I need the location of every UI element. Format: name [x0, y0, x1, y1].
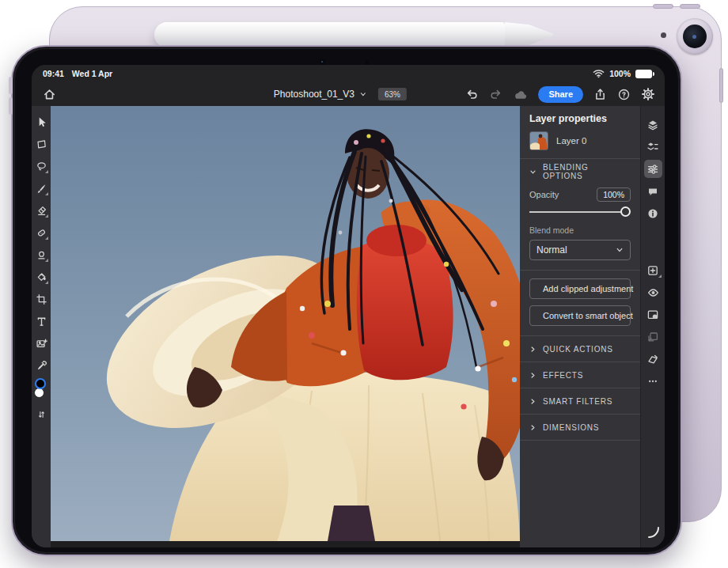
tool-rail — [32, 106, 51, 547]
share-button[interactable]: Share — [538, 86, 583, 103]
opacity-value[interactable]: 100% — [597, 187, 631, 202]
blending-options-header[interactable]: BLENDING OPTIONS — [529, 159, 631, 184]
settings-gear-icon[interactable] — [641, 87, 655, 101]
layers-view-button[interactable] — [641, 114, 665, 136]
layer-properties-button[interactable] — [641, 158, 665, 180]
move-cursor-icon — [36, 116, 47, 128]
volume-button — [9, 97, 13, 115]
chevron-down-icon[interactable] — [359, 90, 367, 98]
lasso-tool[interactable] — [32, 155, 51, 177]
info-icon — [646, 207, 659, 220]
blend-mode-select[interactable]: Normal — [529, 240, 631, 260]
convert-smart-label: Convert to smart object — [543, 311, 633, 320]
section-smart-filters[interactable]: SMART FILTERS — [529, 388, 631, 414]
battery-icon — [635, 70, 652, 78]
transform-tool[interactable] — [32, 133, 51, 155]
add-clipped-adjustment-button[interactable]: Add clipped adjustment — [529, 278, 631, 299]
comments-button[interactable] — [641, 180, 665, 203]
rear-camera — [677, 18, 713, 55]
chevron-right-icon — [529, 424, 537, 431]
back-ipad-button — [653, 4, 673, 9]
fill-tool[interactable] — [32, 266, 51, 288]
place-image-icon — [36, 338, 47, 350]
section-effects[interactable]: EFFECTS — [529, 362, 631, 388]
eyedropper-icon — [36, 360, 47, 372]
blending-options-label: BLENDING OPTIONS — [543, 163, 631, 180]
type-tool[interactable] — [32, 310, 51, 332]
sliders-icon — [646, 163, 659, 176]
front-sensor-dot — [366, 61, 369, 64]
section-label: DIMENSIONS — [543, 423, 599, 432]
crop-icon — [36, 293, 47, 305]
opacity-slider[interactable] — [529, 206, 631, 218]
layers-detail-icon — [646, 141, 659, 153]
chevron-down-icon — [616, 246, 624, 254]
status-date: Wed 1 Apr — [72, 69, 112, 78]
layer-thumbnail[interactable] — [529, 131, 548, 150]
gesture-arc — [646, 525, 661, 540]
help-icon[interactable] — [617, 88, 631, 101]
clone-stamp-tool[interactable] — [32, 244, 51, 266]
right-icon-rail — [640, 106, 665, 547]
add-layer-button[interactable] — [641, 259, 665, 282]
export-icon[interactable] — [593, 88, 607, 101]
chevron-right-icon — [529, 372, 537, 379]
slider-knob[interactable] — [620, 206, 631, 217]
layers-icon — [646, 119, 659, 131]
layer-row[interactable]: Layer 0 — [529, 131, 631, 150]
add-clipped-label: Add clipped adjustment — [543, 284, 633, 293]
layer-mask-icon — [646, 309, 659, 321]
divider — [520, 270, 640, 271]
healing-tool[interactable] — [32, 222, 51, 244]
swap-colors-tool[interactable] — [32, 403, 51, 426]
cloud-sync-icon[interactable] — [513, 89, 528, 100]
crop-tool[interactable] — [32, 288, 51, 310]
eraser-tool[interactable] — [32, 199, 51, 222]
blend-mode-value: Normal — [537, 244, 567, 256]
home-icon — [43, 88, 56, 101]
more-options-icon — [646, 375, 659, 388]
section-label: EFFECTS — [543, 371, 583, 380]
rear-camera-lens — [683, 25, 707, 48]
layer-name: Layer 0 — [556, 136, 586, 146]
trim-layer-button[interactable] — [641, 348, 665, 370]
layer-mask-button[interactable] — [641, 304, 665, 326]
ipad-front-device: 09:41 Wed 1 Apr 100% — [11, 45, 682, 556]
app-toolbar: Photoshoot_01_V3 63% — [32, 82, 665, 106]
home-button[interactable] — [40, 85, 59, 104]
place-image-tool[interactable] — [32, 332, 51, 354]
transform-icon — [36, 138, 47, 150]
color-swatches[interactable] — [32, 378, 51, 403]
battery-percent: 100% — [609, 69, 631, 78]
volume-button — [9, 77, 13, 94]
canvas-area[interactable] — [51, 106, 520, 547]
section-label: QUICK ACTIONS — [543, 345, 613, 354]
foreground-color-swatch[interactable] — [35, 378, 46, 389]
layers-detail-button[interactable] — [641, 136, 665, 158]
layer-visibility-button[interactable] — [641, 282, 665, 304]
redo-icon[interactable] — [489, 88, 502, 101]
status-time: 09:41 — [43, 69, 64, 78]
brush-tool[interactable] — [32, 177, 51, 199]
section-quick-actions[interactable]: QUICK ACTIONS — [529, 336, 631, 362]
convert-smart-object-button[interactable]: Convert to smart object — [529, 305, 631, 326]
comment-icon — [646, 185, 659, 198]
more-options-button[interactable] — [641, 370, 665, 392]
move-tool[interactable] — [32, 111, 51, 133]
duplicate-layer-button[interactable] — [641, 326, 665, 348]
share-label: Share — [548, 89, 573, 99]
blend-mode-label: Blend mode — [529, 225, 631, 235]
panel-title: Layer properties — [529, 113, 631, 124]
wifi-icon — [593, 69, 605, 78]
zoom-level-badge[interactable]: 63% — [378, 88, 407, 100]
document-title[interactable]: Photoshoot_01_V3 — [274, 89, 355, 100]
undo-icon[interactable] — [465, 88, 479, 101]
canvas-photo[interactable] — [51, 106, 520, 541]
eyedropper-tool[interactable] — [32, 354, 51, 377]
info-button[interactable] — [641, 203, 665, 225]
slider-track[interactable] — [529, 211, 628, 213]
hero-scene: 09:41 Wed 1 Apr 100% — [0, 0, 728, 568]
apple-pencil-tip — [505, 22, 554, 47]
section-dimensions[interactable]: DIMENSIONS — [529, 415, 631, 440]
trim-icon — [646, 353, 659, 365]
